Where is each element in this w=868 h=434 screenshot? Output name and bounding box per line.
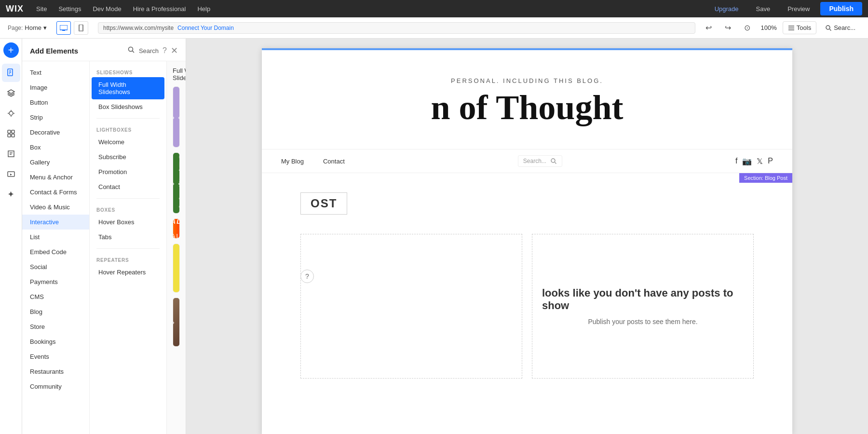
nav-devmode[interactable]: Dev Mode xyxy=(88,3,126,14)
category-store[interactable]: Store xyxy=(22,319,89,334)
category-restaurants[interactable]: Restaurants xyxy=(22,364,89,379)
panel-search-label: Search xyxy=(139,47,159,54)
canvas-nav-contact[interactable]: Contact xyxy=(323,158,345,165)
subcategory-full-width[interactable]: Full Width Slideshows xyxy=(92,77,164,99)
category-events[interactable]: Events xyxy=(22,349,89,364)
category-button[interactable]: Button xyxy=(22,95,89,110)
nav-help[interactable]: Help xyxy=(192,3,215,14)
second-bar-right: ↩ ↪ ⊙ 100% Tools Searc... xyxy=(701,20,860,36)
category-strip[interactable]: Strip xyxy=(22,110,89,125)
category-gallery[interactable]: Gallery xyxy=(22,155,89,170)
nav-hire[interactable]: Hire a Professional xyxy=(128,3,191,14)
add-elements-panel: Add Elements Search ? ✕ Text Image Butto… xyxy=(22,39,186,434)
svg-point-4 xyxy=(826,26,830,29)
subcategory-welcome[interactable]: Welcome xyxy=(92,135,164,149)
category-cms[interactable]: CMS xyxy=(22,289,89,304)
top-bar-actions: Upgrade Save Preview Publish xyxy=(708,2,862,15)
sidebar-pages-icon[interactable] xyxy=(2,64,20,82)
category-decorative[interactable]: Decorative xyxy=(22,125,89,140)
subcategory-box-slideshows[interactable]: Box Slideshows xyxy=(92,99,164,114)
slide-card-collection[interactable]: ‹ A Whole New Collection 👩 › xyxy=(173,298,180,347)
add-elements-icon[interactable]: + xyxy=(3,42,19,58)
panel-search-icon[interactable] xyxy=(127,46,135,55)
slide-next-2[interactable]: › xyxy=(173,176,177,190)
slide-next-1[interactable]: › xyxy=(173,110,177,124)
subcategory-promotion[interactable]: Promotion xyxy=(92,164,164,179)
section-top-indicator xyxy=(262,48,792,50)
panel-help-icon[interactable]: ? xyxy=(163,46,167,55)
panel-close-icon[interactable]: ✕ xyxy=(171,45,178,56)
canvas-area[interactable]: PERSONAL. INCLUDING THIS BLOG. n of Thou… xyxy=(186,39,868,434)
slide-card-designer[interactable]: ← HI! I'M a graphic DESIGNER FROM THE U.… xyxy=(173,244,180,293)
category-social[interactable]: Social xyxy=(22,259,89,274)
sidebar-design-icon[interactable] xyxy=(2,104,20,122)
svg-rect-8 xyxy=(12,130,14,133)
mobile-view-icon[interactable] xyxy=(74,21,88,35)
category-box[interactable]: Box xyxy=(22,140,89,155)
tools-button[interactable]: Tools xyxy=(783,21,816,34)
category-list[interactable]: List xyxy=(22,230,89,244)
sidebar-blog-icon[interactable] xyxy=(2,145,20,163)
url-text: https://www.wix.com/mysite xyxy=(103,25,174,31)
subcategory-hover-boxes[interactable]: Hover Boxes xyxy=(92,215,164,230)
canvas-nav: My Blog Contact Search... f 📷 𝕏 P xyxy=(262,149,792,173)
divider-3 xyxy=(96,248,160,249)
subcategory-subscribe[interactable]: Subscribe xyxy=(92,149,164,164)
category-menu-anchor[interactable]: Menu & Anchor xyxy=(22,170,89,185)
upgrade-button[interactable]: Upgrade xyxy=(708,3,746,15)
undo-button[interactable]: ↩ xyxy=(701,20,717,36)
slide-card-getfit[interactable]: ‹ GETfit Start Today 🧍 › xyxy=(173,86,180,148)
canvas-no-posts-title: looks like you don't have any posts to s… xyxy=(542,287,744,312)
category-community[interactable]: Community xyxy=(22,379,89,394)
redo-button[interactable]: ↪ xyxy=(720,20,736,36)
zoom-icon: ⊙ xyxy=(740,20,755,36)
slide-card-homebar[interactable]: ‹ PRICE HOW TOSTOCK YOURHome Bar 🍹 xyxy=(173,152,180,214)
subcategory-contact[interactable]: Contact xyxy=(92,179,164,194)
category-contact-forms[interactable]: Contact & Forms xyxy=(22,185,89,200)
search-button[interactable]: Searc... xyxy=(820,22,860,34)
boxes-label: BOXES xyxy=(90,203,166,215)
nav-site[interactable]: Site xyxy=(31,3,52,14)
category-text[interactable]: Text xyxy=(22,65,89,80)
sidebar-layers-icon[interactable] xyxy=(2,84,20,102)
category-list: Text Image Button Strip Decorative Box G… xyxy=(22,61,90,434)
url-bar: https://www.wix.com/mysite Connect Your … xyxy=(98,22,695,34)
page-selector[interactable]: Page: Home ▾ xyxy=(8,24,47,31)
zoom-level: 100% xyxy=(759,24,779,31)
category-payments[interactable]: Payments xyxy=(22,274,89,289)
preview-button[interactable]: Preview xyxy=(781,3,816,15)
save-button[interactable]: Save xyxy=(749,3,777,15)
subcategory-hover-repeaters[interactable]: Hover Repeaters xyxy=(92,265,164,280)
canvas-no-posts-subtitle: Publish your posts to see them here. xyxy=(588,318,697,326)
connect-domain-link[interactable]: Connect Your Domain xyxy=(177,25,234,31)
category-blog[interactable]: Blog xyxy=(22,304,89,319)
category-image[interactable]: Image xyxy=(22,80,89,95)
category-video-music[interactable]: Video & Music xyxy=(22,200,89,215)
canvas-blog-header: PERSONAL. INCLUDING THIS BLOG. n of Thou… xyxy=(262,48,792,149)
canvas-question-btn[interactable]: ? xyxy=(300,270,314,283)
publish-button[interactable]: Publish xyxy=(820,2,862,15)
category-embed-code[interactable]: Embed Code xyxy=(22,244,89,259)
panel-header: Add Elements Search ? ✕ xyxy=(22,39,186,61)
twitter-icon: 𝕏 xyxy=(757,157,763,166)
desktop-view-icon[interactable] xyxy=(56,21,71,35)
icon-sidebar: + ✦ xyxy=(0,39,22,434)
slide-sale-bg: SALE • SALE • SALE • SALE xyxy=(173,219,179,238)
slideshows-label: SLIDESHOWS xyxy=(90,65,166,77)
canvas-nav-myblog[interactable]: My Blog xyxy=(281,158,304,165)
category-interactive[interactable]: Interactive xyxy=(22,215,89,230)
category-bookings[interactable]: Bookings xyxy=(22,334,89,349)
nav-settings[interactable]: Settings xyxy=(54,3,86,14)
preview-section-title: Full Width Slideshows xyxy=(173,67,186,81)
svg-point-6 xyxy=(9,111,13,115)
tools-label: Tools xyxy=(797,24,811,31)
sidebar-media-icon[interactable] xyxy=(2,165,20,183)
sidebar-ai-icon[interactable]: ✦ xyxy=(2,185,20,203)
sidebar-apps-icon[interactable] xyxy=(2,124,20,143)
slide-card-sale[interactable]: SALE • SALE • SALE • SALE xyxy=(173,218,180,239)
canvas-nav-search[interactable]: Search... xyxy=(518,155,562,167)
slide-next-5[interactable]: › xyxy=(173,315,177,329)
subcategory-tabs[interactable]: Tabs xyxy=(92,230,164,244)
svg-point-13 xyxy=(551,159,555,163)
canvas-inner: PERSONAL. INCLUDING THIS BLOG. n of Thou… xyxy=(262,48,792,434)
